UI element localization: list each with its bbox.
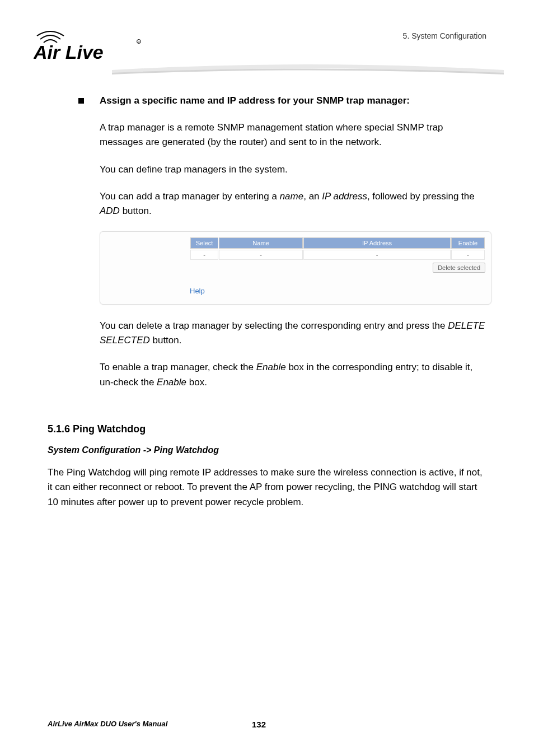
paragraph-trap-intro: A trap manager is a remote SNMP manageme… — [100, 120, 486, 150]
col-enable: Enable — [451, 237, 485, 249]
footer-manual-title: AirLive AirMax DUO User's Manual — [48, 720, 167, 728]
breadcrumb-path: System Configuration -> Ping Watchdog — [48, 445, 486, 455]
paragraph-ping-watchdog: The Ping Watchdog will ping remote IP ad… — [48, 465, 486, 510]
paragraph-delete-trap: You can delete a trap manager by selecti… — [100, 319, 486, 348]
col-name: Name — [219, 237, 303, 249]
bullet-heading: Assign a specific name and IP address fo… — [100, 95, 410, 106]
footer-page-number: 132 — [252, 720, 266, 729]
paragraph-define: You can define trap managers in the syst… — [100, 162, 486, 177]
paragraph-add-trap: You can add a trap manager by entering a… — [100, 189, 486, 219]
col-ip: IP Address — [303, 237, 451, 249]
delete-selected-button[interactable]: Delete selected — [433, 263, 485, 273]
screenshot-trap-manager-table: Select Name IP Address Enable - - - - — [100, 231, 491, 305]
help-link[interactable]: Help — [190, 287, 205, 295]
trap-manager-table: Select Name IP Address Enable - - - - — [190, 236, 485, 261]
paragraph-enable-trap: To enable a trap manager, check the Enab… — [100, 360, 486, 390]
table-row[interactable]: - - - - — [190, 250, 485, 260]
col-select: Select — [190, 237, 218, 249]
section-heading-ping-watchdog: 5.1.6 Ping Watchdog — [48, 423, 486, 435]
bullet-icon — [78, 98, 84, 104]
